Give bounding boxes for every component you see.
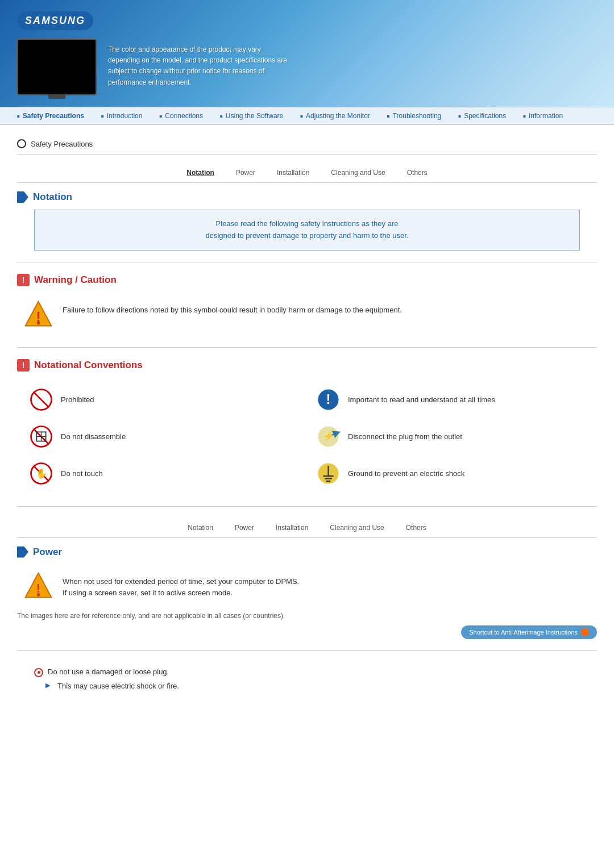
warning-heading: Warning / Caution <box>34 274 117 286</box>
nav-troubleshooting[interactable]: Troubleshooting <box>387 112 441 120</box>
monitor-image <box>17 39 97 95</box>
ground-label: Ground to prevent an electric shock <box>348 469 464 478</box>
prohibited-icon <box>28 387 54 412</box>
ground-icon <box>316 461 341 486</box>
conventions-heading: Notational Conventions <box>34 360 143 371</box>
important-icon: ! <box>316 387 341 412</box>
header-notice: The color and appearance of the product … <box>108 39 290 88</box>
bullet-sub-item-0-0: ▶ This may cause electric shock or fire. <box>34 679 597 692</box>
tab-notation-top[interactable]: Notation <box>184 168 217 178</box>
svg-point-25 <box>37 593 40 596</box>
disconnect-plug-label: Disconnect the plug from the outlet <box>348 432 462 441</box>
tab-bar-bottom: Notation Power Installation Cleaning and… <box>17 518 597 538</box>
power-warning-text: When not used for extended period of tim… <box>63 570 299 600</box>
power-warning-content: ! When not used for extended period of t… <box>17 565 597 607</box>
warning-content: ! Failure to follow directions noted by … <box>17 293 597 336</box>
conventions-icon: ! <box>17 359 30 372</box>
warning-triangle-icon: ! <box>23 299 54 330</box>
tab-notation-bottom[interactable]: Notation <box>185 523 215 533</box>
shortcut-button[interactable]: Shortcut to Anti-Afterimage Instructions <box>461 625 597 639</box>
nav-adjusting-monitor[interactable]: Adjusting the Monitor <box>300 112 370 120</box>
nav-using-software[interactable]: Using the Software <box>220 112 283 120</box>
tab-cleaning-top[interactable]: Cleaning and Use <box>329 168 387 178</box>
tab-bar-top: Notation Power Installation Cleaning and… <box>17 163 597 183</box>
notation-heading-row: Notation <box>17 191 597 203</box>
tab-cleaning-bottom[interactable]: Cleaning and Use <box>327 523 386 533</box>
svg-point-2 <box>37 322 40 325</box>
nav-safety-precautions[interactable]: Safety Precautions <box>17 112 84 120</box>
power-warning-triangle-icon: ! <box>23 570 54 602</box>
divider-1 <box>17 262 597 262</box>
divider-2 <box>17 347 597 348</box>
convention-no-touch: ✋ Do not touch <box>28 458 304 489</box>
power-heading: Power <box>33 546 62 558</box>
no-disassemble-label: Do not disassemble <box>61 432 126 441</box>
ref-text: The images here are for reference only, … <box>17 612 597 620</box>
page-header: SAMSUNG The color and appearance of the … <box>0 0 614 107</box>
divider-3 <box>17 506 597 507</box>
sub-bullet-arrow-icon: ▶ <box>45 682 50 689</box>
tab-installation-top[interactable]: Installation <box>275 168 312 178</box>
svg-text:✋: ✋ <box>36 467 48 479</box>
notation-heading: Notation <box>33 191 72 203</box>
breadcrumb: Safety Precautions <box>17 133 597 155</box>
important-label: Important to read and understand at all … <box>348 395 495 404</box>
nav-information[interactable]: Information <box>523 112 563 120</box>
bullet-text-0: Do not use a damaged or loose plug. <box>48 667 169 676</box>
convention-no-disassemble: Do not disassemble <box>28 421 304 452</box>
power-arrow-icon <box>17 546 28 558</box>
nav-specifications[interactable]: Specifications <box>458 112 506 120</box>
notation-info-text: Please read the following safety instruc… <box>205 219 408 240</box>
warning-icon: ! <box>17 274 30 286</box>
samsung-logo: SAMSUNG <box>17 11 93 30</box>
tab-power-top[interactable]: Power <box>234 168 258 178</box>
nav-bar: Safety Precautions Introduction Connecti… <box>0 107 614 125</box>
power-heading-row: Power <box>17 546 597 558</box>
svg-text:!: ! <box>326 391 331 406</box>
notation-arrow-icon <box>17 191 28 203</box>
svg-line-4 <box>34 392 48 406</box>
bullet-circle-icon <box>34 668 43 677</box>
no-disassemble-icon <box>28 424 54 449</box>
convention-prohibited: Prohibited <box>28 384 304 415</box>
breadcrumb-circle <box>17 139 26 148</box>
nav-connections[interactable]: Connections <box>159 112 203 120</box>
tab-others-bottom[interactable]: Others <box>404 523 429 533</box>
shortcut-btn-dot-icon <box>581 628 589 636</box>
shortcut-btn-row: Shortcut to Anti-Afterimage Instructions <box>17 625 597 639</box>
disconnect-plug-icon: ⚡ <box>316 424 341 449</box>
nav-introduction[interactable]: Introduction <box>101 112 143 120</box>
conventions-heading-row: ! Notational Conventions <box>17 359 597 372</box>
no-touch-label: Do not touch <box>61 469 103 478</box>
breadcrumb-label: Safety Precautions <box>31 140 93 148</box>
notation-info-box: Please read the following safety instruc… <box>34 210 580 251</box>
svg-text:⚡: ⚡ <box>323 430 335 442</box>
tab-power-bottom[interactable]: Power <box>233 523 256 533</box>
prohibited-label: Prohibited <box>61 395 94 404</box>
warning-text: Failure to follow directions noted by th… <box>63 299 402 316</box>
conventions-grid: Prohibited ! Important to read and under… <box>17 378 597 495</box>
bullet-list: Do not use a damaged or loose plug. ▶ Th… <box>17 662 597 695</box>
convention-important: ! Important to read and understand at al… <box>316 384 591 415</box>
bullet-item-0: Do not use a damaged or loose plug. <box>34 665 597 679</box>
divider-4 <box>17 650 597 651</box>
tab-others-top[interactable]: Others <box>405 168 430 178</box>
shortcut-btn-label: Shortcut to Anti-Afterimage Instructions <box>469 629 578 636</box>
warning-heading-row: ! Warning / Caution <box>17 274 597 286</box>
page-body: Safety Precautions Notation Power Instal… <box>0 125 614 704</box>
no-touch-icon: ✋ <box>28 461 54 486</box>
convention-ground: Ground to prevent an electric shock <box>316 458 591 489</box>
sub-bullet-text-0-0: This may cause electric shock or fire. <box>57 682 179 690</box>
convention-disconnect-plug: ⚡ Disconnect the plug from the outlet <box>316 421 591 452</box>
tab-installation-bottom[interactable]: Installation <box>273 523 310 533</box>
